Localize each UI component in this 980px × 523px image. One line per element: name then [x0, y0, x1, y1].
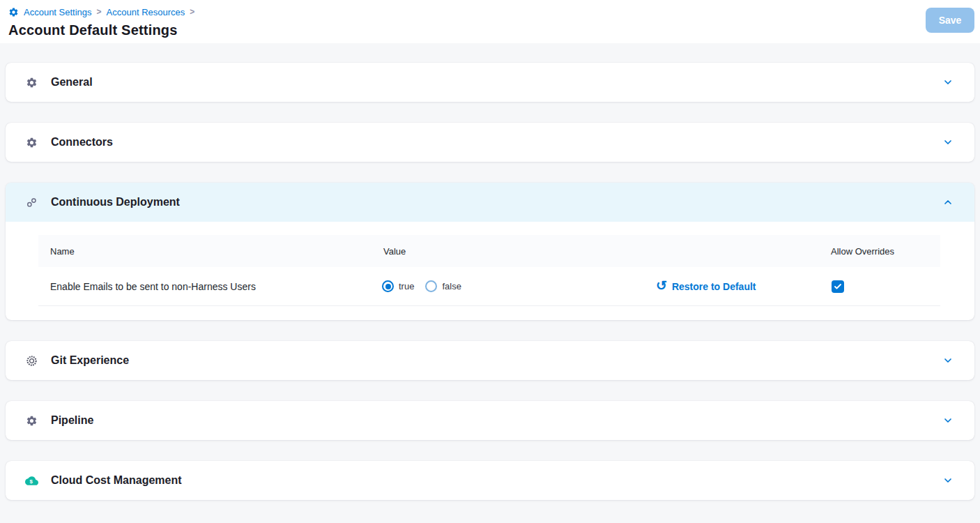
chevron-up-icon[interactable]: [942, 197, 954, 208]
radio-true[interactable]: [382, 280, 394, 292]
cog-outline-icon: [24, 355, 38, 367]
section-header-cloud-cost-management[interactable]: $ Cloud Cost Management: [6, 461, 974, 500]
breadcrumb-account-settings[interactable]: Account Settings: [24, 7, 92, 17]
section-label: Git Experience: [51, 354, 129, 367]
section-card-continuous-deployment: Continuous Deployment Name Value Allow O…: [6, 183, 974, 320]
chevron-down-icon[interactable]: [942, 137, 954, 148]
page-title: Account Default Settings: [8, 22, 972, 38]
breadcrumb-account-resources[interactable]: Account Resources: [107, 7, 185, 17]
restore-link-label: Restore to Default: [672, 281, 756, 292]
section-card-git-experience: Git Experience: [6, 341, 974, 380]
chevron-down-icon[interactable]: [942, 77, 954, 88]
settings-section-list: General Connectors Continuous Deploy: [0, 43, 980, 500]
radio-false[interactable]: [425, 280, 437, 292]
section-card-general: General: [6, 63, 974, 102]
radio-false-label[interactable]: false: [442, 281, 461, 291]
column-header-value: Value: [372, 246, 645, 257]
setting-name: Enable Emails to be sent to non-Harness …: [38, 281, 372, 292]
breadcrumb-separator: >: [190, 7, 194, 17]
save-button[interactable]: Save: [926, 8, 974, 33]
section-header-git-experience[interactable]: Git Experience: [6, 341, 974, 380]
section-label: Connectors: [51, 136, 113, 149]
table-row: Enable Emails to be sent to non-Harness …: [38, 267, 940, 306]
section-header-general[interactable]: General: [6, 63, 974, 102]
column-header-name: Name: [38, 246, 372, 257]
chevron-down-icon[interactable]: [942, 475, 954, 486]
link-icon: [24, 197, 38, 209]
allow-overrides-cell: [819, 280, 940, 293]
gear-icon: [24, 415, 38, 427]
chevron-down-icon[interactable]: [942, 415, 954, 426]
table-header-row: Name Value Allow Overrides: [38, 235, 940, 267]
section-label: Continuous Deployment: [51, 196, 180, 209]
gear-icon: [8, 7, 19, 17]
page-header: Account Settings > Account Resources > A…: [0, 0, 980, 43]
restore-to-default-link[interactable]: ↺ Restore to Default: [656, 281, 756, 292]
section-label: General: [51, 76, 93, 89]
breadcrumb-separator: >: [97, 7, 102, 17]
section-card-pipeline: Pipeline: [6, 401, 974, 440]
restore-icon: ↺: [656, 281, 667, 291]
gear-icon: [24, 77, 38, 89]
section-card-cloud-cost-management: $ Cloud Cost Management: [6, 461, 974, 500]
radio-group: true false: [382, 280, 473, 292]
section-label: Pipeline: [51, 414, 93, 427]
column-header-allow-overrides: Allow Overrides: [819, 246, 940, 257]
section-header-pipeline[interactable]: Pipeline: [6, 401, 974, 440]
allow-overrides-checkbox[interactable]: [832, 280, 844, 293]
setting-value-cell: true false: [372, 280, 645, 292]
chevron-down-icon[interactable]: [942, 355, 954, 366]
section-label: Cloud Cost Management: [51, 474, 182, 487]
settings-table: Name Value Allow Overrides Enable Emails…: [6, 222, 974, 320]
breadcrumb: Account Settings > Account Resources >: [8, 5, 972, 19]
section-card-connectors: Connectors: [6, 123, 974, 162]
section-header-continuous-deployment[interactable]: Continuous Deployment: [6, 183, 974, 222]
gear-icon: [24, 137, 38, 149]
section-header-connectors[interactable]: Connectors: [6, 123, 974, 162]
restore-cell: ↺ Restore to Default: [645, 281, 819, 292]
cloud-dollar-icon: $: [24, 474, 38, 487]
svg-text:$: $: [29, 478, 33, 485]
radio-true-label[interactable]: true: [399, 281, 414, 291]
